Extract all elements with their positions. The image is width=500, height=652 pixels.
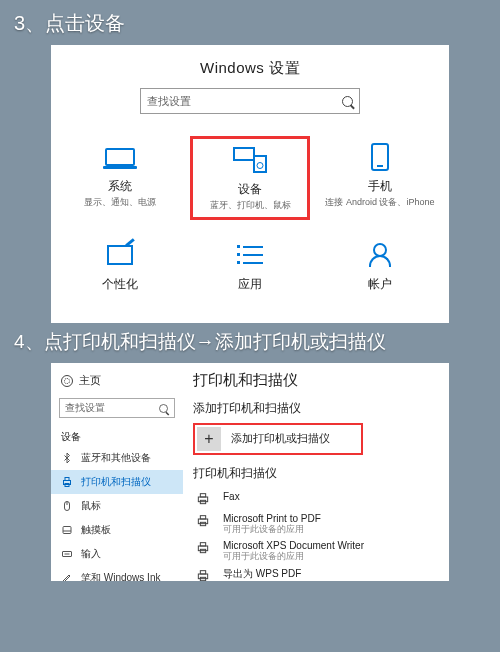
sidebar-search[interactable]: 查找设置 bbox=[59, 398, 175, 418]
search-icon bbox=[342, 96, 353, 107]
plus-icon: + bbox=[197, 427, 221, 451]
sidebar-label: 蓝牙和其他设备 bbox=[81, 451, 151, 465]
settings-window: Windows 设置 查找设置 系统 显示、通知、电源 设备 蓝牙、打印机、鼠标… bbox=[51, 45, 449, 323]
printer-row[interactable]: Microsoft XPS Document Writer可用于此设备的应用 bbox=[193, 537, 439, 564]
svg-rect-11 bbox=[200, 494, 205, 497]
tile-system-sub: 显示、通知、电源 bbox=[60, 197, 180, 208]
add-printer-label: 添加打印机或扫描仪 bbox=[231, 432, 330, 446]
devices-icon bbox=[232, 145, 268, 175]
printer-name: 导出为 WPS PDF bbox=[223, 568, 301, 580]
printer-icon bbox=[61, 476, 73, 488]
tile-apps-label: 应用 bbox=[190, 276, 310, 293]
svg-rect-19 bbox=[198, 574, 207, 579]
step3-caption: 3、点击设备 bbox=[0, 0, 500, 45]
page-heading: 打印机和扫描仪 bbox=[193, 371, 439, 390]
tile-system[interactable]: 系统 显示、通知、电源 bbox=[60, 136, 180, 220]
tile-phone-label: 手机 bbox=[320, 178, 440, 195]
printer-row[interactable]: Microsoft Print to PDF可用于此设备的应用 bbox=[193, 510, 439, 537]
sidebar-item-printers[interactable]: 打印机和扫描仪 bbox=[51, 470, 183, 494]
sidebar-item-pen[interactable]: 笔和 Windows Ink bbox=[51, 566, 183, 581]
printer-sub: 可用于此设备的应用 bbox=[223, 552, 364, 562]
printer-icon bbox=[193, 513, 213, 529]
svg-rect-13 bbox=[198, 519, 207, 524]
pen-icon bbox=[102, 240, 138, 270]
tile-personalization[interactable]: 个性化 bbox=[60, 234, 180, 299]
home-link[interactable]: 主页 bbox=[51, 369, 183, 392]
svg-rect-10 bbox=[198, 497, 207, 502]
pen-small-icon bbox=[61, 572, 73, 581]
svg-rect-1 bbox=[65, 478, 69, 481]
tile-devices-sub: 蓝牙、打印机、鼠标 bbox=[193, 200, 307, 211]
svg-rect-20 bbox=[200, 570, 205, 573]
svg-rect-17 bbox=[200, 543, 205, 546]
bluetooth-icon bbox=[61, 452, 73, 464]
sidebar-item-typing[interactable]: 输入 bbox=[51, 542, 183, 566]
printers-window: 主页 查找设置 设备 蓝牙和其他设备 打印机和扫描仪 鼠标 触摸板 输入 bbox=[51, 363, 449, 581]
person-icon bbox=[362, 240, 398, 270]
printer-icon bbox=[193, 568, 213, 581]
sidebar-label: 笔和 Windows Ink bbox=[81, 571, 160, 581]
search-icon bbox=[159, 404, 168, 413]
tile-phone[interactable]: 手机 连接 Android 设备、iPhone bbox=[320, 136, 440, 220]
printer-list: Fax Microsoft Print to PDF可用于此设备的应用 Micr… bbox=[193, 488, 439, 581]
sidebar-label: 打印机和扫描仪 bbox=[81, 475, 151, 489]
tile-accounts-label: 帐户 bbox=[320, 276, 440, 293]
apps-icon bbox=[232, 240, 268, 270]
tile-accounts[interactable]: 帐户 bbox=[320, 234, 440, 299]
tile-apps[interactable]: 应用 bbox=[190, 234, 310, 299]
printer-name: Fax bbox=[223, 491, 240, 503]
printer-row[interactable]: 导出为 WPS PDF bbox=[193, 565, 439, 581]
mouse-icon bbox=[61, 500, 73, 512]
add-printer-row[interactable]: + 添加打印机或扫描仪 bbox=[193, 423, 363, 455]
tile-personalization-label: 个性化 bbox=[60, 276, 180, 293]
sidebar-item-mouse[interactable]: 鼠标 bbox=[51, 494, 183, 518]
sidebar-label: 触摸板 bbox=[81, 523, 111, 537]
tile-system-label: 系统 bbox=[60, 178, 180, 195]
tile-phone-sub: 连接 Android 设备、iPhone bbox=[320, 197, 440, 208]
sidebar-item-bluetooth[interactable]: 蓝牙和其他设备 bbox=[51, 446, 183, 470]
home-label: 主页 bbox=[79, 373, 101, 388]
laptop-icon bbox=[102, 142, 138, 172]
sidebar-item-touchpad[interactable]: 触摸板 bbox=[51, 518, 183, 542]
settings-title: Windows 设置 bbox=[51, 45, 449, 88]
list-section-heading: 打印机和扫描仪 bbox=[193, 465, 439, 482]
printer-sub: 可用于此设备的应用 bbox=[223, 525, 321, 535]
sidebar-label: 输入 bbox=[81, 547, 101, 561]
keyboard-icon bbox=[61, 548, 73, 560]
tile-devices[interactable]: 设备 蓝牙、打印机、鼠标 bbox=[190, 136, 310, 220]
sidebar-label: 鼠标 bbox=[81, 499, 101, 513]
touchpad-icon bbox=[61, 524, 73, 536]
sidebar-search-placeholder: 查找设置 bbox=[65, 401, 105, 415]
settings-search[interactable]: 查找设置 bbox=[140, 88, 360, 114]
svg-rect-16 bbox=[198, 546, 207, 551]
tile-devices-label: 设备 bbox=[193, 181, 307, 198]
add-section-heading: 添加打印机和扫描仪 bbox=[193, 400, 439, 417]
printer-icon bbox=[193, 491, 213, 507]
sidebar-section: 设备 bbox=[51, 424, 183, 446]
step4-caption: 4、点打印机和扫描仪→添加打印机或扫描仪 bbox=[0, 323, 500, 363]
printer-name: Microsoft Print to PDF bbox=[223, 513, 321, 525]
printer-icon bbox=[193, 540, 213, 556]
svg-rect-5 bbox=[63, 527, 71, 534]
phone-icon bbox=[362, 142, 398, 172]
gear-icon bbox=[61, 375, 73, 387]
printer-row[interactable]: Fax bbox=[193, 488, 439, 510]
svg-rect-14 bbox=[200, 516, 205, 519]
printers-content: 打印机和扫描仪 添加打印机和扫描仪 + 添加打印机或扫描仪 打印机和扫描仪 Fa… bbox=[183, 363, 449, 581]
search-placeholder: 查找设置 bbox=[147, 94, 191, 109]
settings-sidebar: 主页 查找设置 设备 蓝牙和其他设备 打印机和扫描仪 鼠标 触摸板 输入 bbox=[51, 363, 183, 581]
